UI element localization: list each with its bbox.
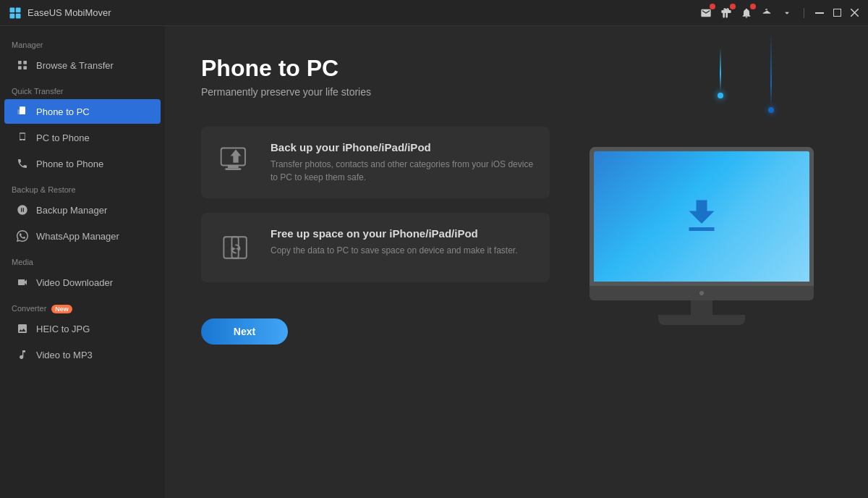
sidebar-label-phone-to-pc: Phone to PC [36,106,90,117]
svg-marker-19 [236,247,240,251]
page-subtitle: Permanently preserve your life stories [201,86,832,98]
svg-rect-5 [833,9,841,17]
feature-card-backup: Back up your iPhone/iPad/iPod Transfer p… [201,127,550,198]
svg-rect-15 [225,168,241,170]
deco-line2 [768,33,774,113]
sidebar-item-backup-manager[interactable]: Backup Manager [4,198,161,222]
svg-rect-3 [16,13,21,18]
dropdown-icon[interactable] [780,7,793,20]
image-icon [16,322,29,335]
section-label-backup-restore: Backup & Restore [0,177,165,197]
bell-icon[interactable] [740,7,753,20]
feature-card-freespace: Free up space on your iPhone/iPad/iPod C… [201,213,550,282]
maximize-button[interactable] [832,8,842,18]
converter-new-badge: New [51,305,72,313]
next-button[interactable]: Next [201,318,288,345]
titlebar-left: EaseUS MobiMover [9,7,111,20]
section-label-manager: Manager [0,32,165,52]
pc-to-phone-icon [16,131,29,144]
feature-desc-freespace: Copy the data to PC to save space on dev… [271,244,518,257]
grid-icon [16,59,29,72]
backup-feature-icon-wrap [216,141,256,182]
video-icon [16,276,29,289]
svg-rect-10 [18,66,22,69]
sidebar-item-phone-to-phone[interactable]: Phone to Phone [4,151,161,176]
monitor-neck [691,300,712,315]
svg-rect-12 [17,109,24,114]
svg-rect-8 [18,61,22,64]
app-body: Manager Browse & Transfer Quick Transfer… [0,26,868,498]
feature-text-backup: Back up your iPhone/iPad/iPod Transfer p… [271,141,535,184]
minimize-button[interactable] [814,8,825,18]
sidebar-label-whatsapp-manager: WhatsApp Manager [36,231,119,242]
monitor-bezel [590,286,814,300]
section-label-converter: Converter New [0,295,165,316]
backup-icon [16,203,29,216]
sidebar-item-video-downloader[interactable]: Video Downloader [4,270,161,295]
deco-line1 [718,48,723,98]
audio-icon [16,348,29,361]
freespace-feature-icon-wrap [216,227,256,268]
titlebar: EaseUS MobiMover [0,0,868,26]
svg-rect-2 [10,13,15,18]
section-label-media: Media [0,249,165,269]
close-button[interactable] [849,8,859,18]
main-content: Phone to PC Permanently preserve your li… [165,26,868,498]
phone-to-pc-icon [16,105,29,118]
sidebar-item-video-to-mp3[interactable]: Video to MP3 [4,342,161,367]
sidebar-item-heic-to-jpg[interactable]: HEIC to JPG [4,316,161,341]
svg-rect-0 [10,7,15,12]
svg-rect-1 [16,7,21,12]
sidebar-label-heic-to-jpg: HEIC to JPG [36,324,90,334]
phone-to-phone-icon [16,157,29,170]
features-area: Back up your iPhone/iPad/iPod Transfer p… [201,127,832,345]
illustration-area [571,127,832,345]
sidebar-label-pc-to-phone: PC to Phone [36,132,90,143]
sidebar: Manager Browse & Transfer Quick Transfer… [0,26,165,498]
feature-text-freespace: Free up space on your iPhone/iPad/iPod C… [271,227,518,257]
sidebar-label-phone-to-phone: Phone to Phone [36,159,103,169]
sidebar-item-whatsapp-manager[interactable]: WhatsApp Manager [4,224,161,248]
sidebar-item-browse-transfer[interactable]: Browse & Transfer [4,53,161,77]
svg-rect-4 [815,12,824,14]
hanger-icon[interactable] [760,7,773,20]
monitor-screen [590,147,814,286]
page-title: Phone to PC [201,55,832,82]
titlebar-icons [699,7,859,20]
svg-marker-20 [231,247,236,251]
feature-desc-backup: Transfer photos, contacts and other cate… [271,158,535,184]
svg-rect-11 [23,66,27,69]
svg-rect-9 [23,61,27,64]
notification1-icon[interactable] [699,7,712,20]
whatsapp-icon [16,229,29,242]
app-logo-icon [9,7,22,20]
feature-title-backup: Back up your iPhone/iPad/iPod [271,141,535,153]
sidebar-label-browse-transfer: Browse & Transfer [36,60,114,71]
sidebar-label-backup-manager: Backup Manager [36,205,107,216]
svg-rect-14 [228,166,239,169]
monitor-base [658,315,745,325]
section-label-quick-transfer: Quick Transfer [0,78,165,98]
monitor-dot [699,291,704,295]
features-list: Back up your iPhone/iPad/iPod Transfer p… [201,127,550,345]
feature-title-freespace: Free up space on your iPhone/iPad/iPod [271,227,518,240]
svg-marker-16 [231,149,242,162]
svg-rect-17 [224,237,238,258]
download-icon [680,195,723,238]
app-title: EaseUS MobiMover [27,7,111,18]
monitor [586,147,817,325]
backup-feature-icon [218,144,253,179]
sidebar-item-phone-to-pc[interactable]: Phone to PC [4,99,161,124]
sidebar-label-video-downloader: Video Downloader [36,277,113,288]
monitor-display [594,151,809,282]
sidebar-item-pc-to-phone[interactable]: PC to Phone [4,125,161,150]
sidebar-label-video-to-mp3: Video to MP3 [36,350,93,360]
svg-rect-13 [221,148,245,166]
freespace-feature-icon [218,230,253,265]
gift-icon[interactable] [720,7,733,20]
